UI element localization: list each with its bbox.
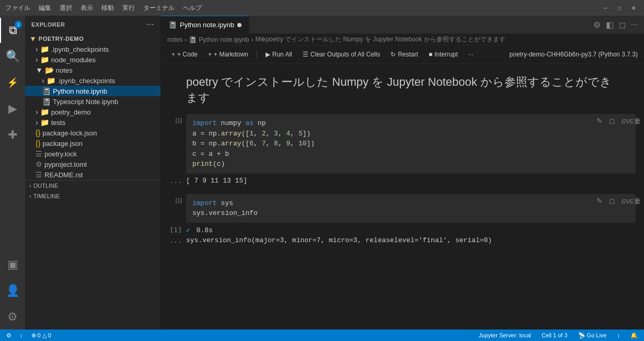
file-icon: ☰ [36, 150, 42, 158]
tree-item-ipynb2[interactable]: › 📁 .ipynb_checkpoints [25, 75, 160, 86]
extensions-icon: ✚ [8, 128, 17, 142]
tree-item-typescript-note[interactable]: 📓 Typescript Note.ipynb [25, 96, 160, 107]
extensions-activity-icon[interactable]: ✚ [0, 122, 25, 147]
tree-item-tests[interactable]: › 📁 tests [25, 117, 160, 128]
chevron-right-icon: › [36, 108, 38, 116]
bell-status[interactable]: 🔔 [628, 332, 640, 339]
explorer-activity-icon[interactable]: ⧉ 1 [0, 18, 25, 43]
chevron-right-icon: › [36, 45, 38, 53]
tree-label-readme: README.rst [44, 171, 83, 179]
menu-help[interactable]: ヘルプ [183, 4, 202, 13]
menu-view[interactable]: 表示 [80, 4, 93, 13]
cell-1-content: import numpy as np a = np.array([1, 2, 3… [186, 114, 644, 174]
menu-select[interactable]: 選択 [60, 4, 72, 13]
cell-1-output-dots: ... [161, 177, 186, 185]
tree-item-package-lock[interactable]: {} package-lock.json [25, 128, 160, 138]
cell-info-status[interactable]: Cell 1 of 3 [539, 332, 570, 338]
search-activity-icon[interactable]: 🔍 [0, 44, 25, 69]
cell-split-button[interactable]: ◻ [606, 115, 618, 127]
breadcrumb-notebook-icon: 📓 [189, 36, 197, 43]
go-live-status[interactable]: 📡 Go Live [576, 332, 609, 339]
add-markdown-button[interactable]: + + Markdown [204, 49, 252, 60]
settings-activity-icon[interactable]: ⚙ [0, 304, 25, 329]
tab-python-note[interactable]: 📓 Python note.ipynb [161, 16, 249, 34]
chevron-right-icon: › [42, 76, 44, 85]
run-all-button[interactable]: ▶ Run All [261, 49, 296, 60]
notebook-icon: 📓 [42, 97, 51, 106]
restart-button[interactable]: ↻ Restart [386, 49, 422, 60]
more-actions-icon[interactable]: ··· [629, 19, 640, 31]
menu-move[interactable]: 移動 [101, 4, 114, 13]
clear-outputs-button[interactable]: ☰ Clear Outputs of All Cells [298, 49, 384, 60]
cell-1-code[interactable]: import numpy as np a = np.array([1, 2, 3… [186, 114, 636, 174]
menu-file[interactable]: ファイル [5, 4, 30, 13]
tree-item-readme[interactable]: ☰ README.rst [25, 169, 160, 180]
menu-terminal[interactable]: ターミナル [143, 4, 175, 13]
settings-icon[interactable]: ⚙ [591, 19, 603, 31]
tree-item-ipynb1[interactable]: › 📁 .ipynb_checkpoints [25, 44, 160, 54]
interrupt-button[interactable]: ■ Interrupt [424, 49, 462, 60]
tree-item-pyproject[interactable]: ⚙ pyproject.toml [25, 159, 160, 169]
config-icon: ⚙ [36, 160, 42, 168]
minimize-button[interactable]: ─ [601, 4, 611, 12]
tabbar: 📓 Python note.ipynb ⚙ ◧ ◻ ··· [161, 16, 644, 34]
tree-item-notes[interactable]: ▼ 📂 notes [25, 65, 160, 75]
sidebar-more-button[interactable]: ··· [146, 20, 154, 29]
tree-item-python-note[interactable]: 📓 Python note.ipynb [25, 86, 160, 96]
toolbar-separator [257, 50, 257, 59]
outline-section[interactable]: › OUTLINE [25, 180, 160, 191]
menu-edit[interactable]: 編集 [39, 4, 51, 13]
cell-2-execution-count: [1] [176, 197, 182, 203]
remote-status[interactable]: ⚙ [4, 332, 14, 339]
add-code-button[interactable]: + + Code [167, 49, 202, 60]
cell-2-content: import sys sys.version_info ✎ ◻ ··· 🗑 [186, 194, 644, 223]
breadcrumb-section[interactable]: M⊕poetry でインストールした Numpy を Jupyter Noteb… [255, 35, 505, 44]
bell-icon: 🔔 [630, 332, 638, 339]
cell-1-cve: CVE [622, 118, 634, 124]
more-icon: ··· [468, 51, 474, 58]
run-all-label: Run All [272, 51, 292, 58]
cell-edit-button[interactable]: ✎ [594, 115, 605, 127]
tree-item-poetry-lock[interactable]: ☰ poetry.lock [25, 149, 160, 159]
source-control-activity-icon[interactable]: ⚡ [0, 70, 25, 95]
more-toolbar-button[interactable]: ··· [464, 49, 478, 60]
sync-icon2: ↕ [617, 332, 620, 338]
debug-activity-icon[interactable]: ▶ [0, 96, 25, 121]
tree-item-poetry-demo[interactable]: › 📁 poetry_demo [25, 107, 160, 117]
folder-icon: 📁 [40, 45, 49, 53]
tree-item-package-json[interactable]: {} package.json [25, 138, 160, 149]
account-icon: 👤 [6, 284, 20, 298]
folder-icon: 📁 [40, 108, 49, 116]
tree-label-tests: tests [51, 119, 65, 127]
remote-activity-icon[interactable]: ▣ [0, 252, 25, 277]
restore-button[interactable]: □ [615, 4, 624, 12]
chevron-right-icon: › [29, 183, 31, 189]
cell-edit-button[interactable]: ✎ [594, 195, 605, 207]
account-activity-icon[interactable]: 👤 [0, 278, 25, 303]
notebook-content: poetry でインストールした Numpy を Jupyter Noteboo… [161, 64, 644, 329]
collapse-icon[interactable]: ◻ [617, 19, 628, 31]
plus-icon: + [208, 51, 212, 58]
tree-item-node-modules[interactable]: › 📁 node_modules [25, 54, 160, 65]
tree-item-root[interactable]: ▼ POETRY-DEMO [25, 33, 160, 44]
cell-2-code[interactable]: import sys sys.version_info [186, 194, 636, 223]
menu-run[interactable]: 実行 [122, 4, 135, 13]
breadcrumb-file[interactable]: Python note.ipynb [199, 36, 249, 43]
kernel-info[interactable]: poetry-demo-CHH6Gb6n-py3.7 (Python 3.7.3… [510, 51, 638, 58]
restart-icon: ↻ [390, 51, 396, 58]
timeline-section[interactable]: › TIMELINE [25, 191, 160, 201]
split-editor-icon[interactable]: ◧ [604, 19, 616, 31]
json-icon: {} [36, 139, 40, 147]
cell-split-button[interactable]: ◻ [606, 195, 618, 207]
error-status[interactable]: ⊗ 0 △ 0 [29, 332, 53, 339]
tree-label-ipynb1: .ipynb_checkpoints [51, 46, 109, 53]
sync-status[interactable]: ↕ [18, 332, 25, 338]
cell-2-timing: ✓ 0.8s [186, 226, 213, 234]
breadcrumb-root[interactable]: notes [167, 36, 182, 43]
jupyter-server-status[interactable]: Jupyter Server: local [477, 332, 533, 338]
tree-label-poetry-demo: poetry_demo [51, 108, 91, 116]
run-icon: ▶ [266, 51, 270, 58]
sync-status2[interactable]: ↕ [615, 332, 623, 338]
cell-2-output-text: sys.version_info(major=3, minor=7, micro… [186, 236, 492, 244]
close-button[interactable]: ✕ [628, 4, 639, 12]
